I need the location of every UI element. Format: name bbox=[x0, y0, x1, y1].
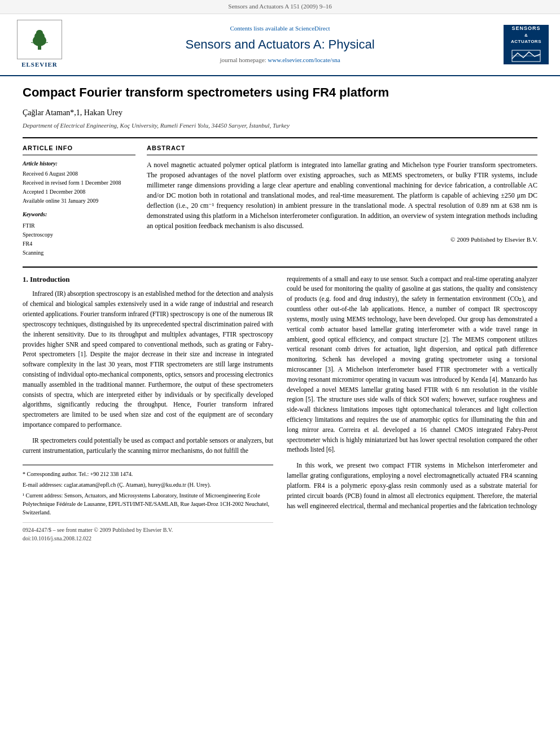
body-para-2: IR spectrometers could potentially be us… bbox=[23, 436, 273, 456]
affiliation: Department of Electrical Engineering, Ko… bbox=[23, 121, 537, 130]
keyword-2: Spectroscopy bbox=[23, 230, 135, 239]
elsevier-wordmark: ELSEVIER bbox=[21, 60, 58, 69]
accepted-date: Accepted 1 December 2008 bbox=[23, 188, 135, 196]
elsevier-tree-icon bbox=[25, 28, 54, 51]
page-wrapper: Sensors and Actuators A 151 (2009) 9–16 … bbox=[0, 0, 560, 551]
sensors-logo-line2: & bbox=[524, 32, 528, 39]
sensors-logo: SENSORS & ACTUATORS bbox=[504, 25, 549, 64]
copyright: © 2009 Published by Elsevier B.V. bbox=[147, 235, 537, 244]
article-info-abstract-section: ARTICLE INFO Article history: Received 6… bbox=[23, 137, 537, 257]
top-bar: Sensors and Actuators A 151 (2009) 9–16 bbox=[0, 0, 560, 14]
abstract-heading: ABSTRACT bbox=[147, 144, 537, 155]
article-title: Compact Fourier transform spectrometers … bbox=[23, 85, 537, 101]
body-col-right-para-1: requirements of a small and easy to use … bbox=[287, 274, 537, 456]
main-content: Compact Fourier transform spectrometers … bbox=[0, 76, 560, 552]
authors: Çağlar Ataman*,1, Hakan Urey bbox=[23, 107, 537, 119]
available-online-date: Available online 31 January 2009 bbox=[23, 197, 135, 205]
body-content: 1. Introduction Infrared (IR) absorption… bbox=[23, 267, 537, 543]
keyword-1: FTIR bbox=[23, 221, 135, 230]
journal-citation: Sensors and Actuators A 151 (2009) 9–16 bbox=[228, 3, 331, 10]
footnote-email: E-mail addresses: caglar.ataman@epfl.ch … bbox=[23, 480, 273, 489]
sensors-logo-area: SENSORS & ACTUATORS bbox=[492, 25, 549, 64]
journal-title-area: Contents lists available at ScienceDirec… bbox=[68, 24, 492, 65]
body-col-left: 1. Introduction Infrared (IR) absorption… bbox=[23, 274, 273, 543]
footnote-one: ¹ Current address: Sensors, Actuators, a… bbox=[23, 491, 273, 517]
elsevier-logo: ELSEVIER bbox=[11, 20, 68, 69]
body-two-col: 1. Introduction Infrared (IR) absorption… bbox=[23, 274, 537, 543]
article-history-label: Article history: bbox=[23, 160, 135, 168]
footer-bar: 0924-4247/$ – see front matter © 2009 Pu… bbox=[23, 522, 273, 543]
received-revised-date: Received in revised form 1 December 2008 bbox=[23, 179, 135, 187]
svg-point-3 bbox=[36, 30, 43, 36]
journal-header: ELSEVIER Contents lists available at Sci… bbox=[0, 14, 560, 76]
keyword-4: Scanning bbox=[23, 248, 135, 257]
elsevier-logo-area: ELSEVIER bbox=[11, 20, 68, 69]
keywords-label: Keywords: bbox=[23, 211, 135, 219]
body-para-1: Infrared (IR) absorption spectroscopy is… bbox=[23, 289, 273, 430]
journal-homepage-link[interactable]: www.elsevier.com/locate/sna bbox=[268, 56, 340, 63]
sensors-logo-line1: SENSORS bbox=[511, 25, 540, 32]
journal-homepage: journal homepage: www.elsevier.com/locat… bbox=[68, 56, 492, 65]
article-info-panel: ARTICLE INFO Article history: Received 6… bbox=[23, 144, 135, 257]
footer-doi: doi:10.1016/j.sna.2008.12.022 bbox=[23, 535, 273, 543]
footnote-star: * Corresponding author. Tel.: +90 212 33… bbox=[23, 470, 273, 478]
footnotes: * Corresponding author. Tel.: +90 212 33… bbox=[23, 465, 273, 517]
abstract-text: A novel magnetic actuated polymer optica… bbox=[147, 160, 537, 231]
footer-issn: 0924-4247/$ – see front matter © 2009 Pu… bbox=[23, 526, 273, 535]
article-info-heading: ARTICLE INFO bbox=[23, 144, 135, 155]
received-date: Received 6 August 2008 bbox=[23, 170, 135, 178]
sensors-logo-graphic bbox=[509, 47, 543, 64]
abstract-panel: ABSTRACT A novel magnetic actuated polym… bbox=[147, 144, 537, 257]
body-col-right: requirements of a small and easy to use … bbox=[287, 274, 537, 543]
section1-title: 1. Introduction bbox=[23, 274, 273, 285]
sciencedirect-text: Contents lists available at ScienceDirec… bbox=[68, 24, 492, 33]
keyword-3: FR4 bbox=[23, 239, 135, 248]
body-col-right-para-2: In this work, we present two compact FTI… bbox=[287, 461, 537, 511]
keywords-section: Keywords: FTIR Spectroscopy FR4 Scanning bbox=[23, 211, 135, 257]
elsevier-logo-box bbox=[17, 20, 62, 59]
journal-title: Sensors and Actuators A: Physical bbox=[68, 36, 492, 54]
sensors-logo-line3: ACTUATORS bbox=[511, 38, 541, 45]
